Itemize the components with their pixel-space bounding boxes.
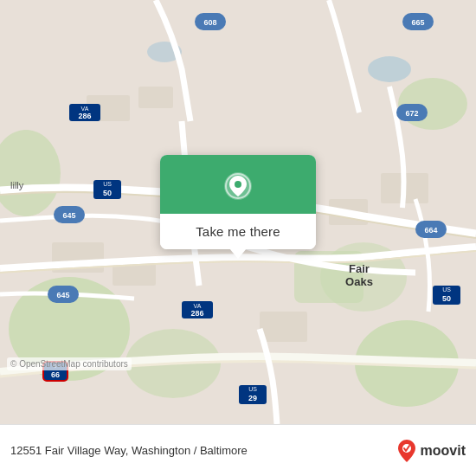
svg-text:645: 645 (56, 291, 69, 299)
popup-box: Take me there (160, 155, 316, 249)
map-container[interactable]: 608 665 672 664 US 50 VA 286 645 645 VA … (0, 0, 476, 424)
popup-header (160, 155, 316, 214)
svg-text:Fair: Fair (349, 262, 370, 275)
svg-text:608: 608 (203, 18, 216, 27)
location-pin-icon (222, 170, 254, 202)
svg-text:286: 286 (78, 112, 91, 120)
svg-text:lilly: lilly (10, 180, 24, 190)
svg-point-8 (368, 56, 411, 82)
svg-text:286: 286 (190, 309, 203, 318)
svg-text:664: 664 (424, 226, 437, 235)
svg-rect-11 (138, 87, 173, 108)
svg-rect-16 (260, 312, 307, 342)
address-text: 12551 Fair Village Way, Washington / Bal… (10, 444, 248, 457)
svg-text:645: 645 (62, 211, 75, 220)
svg-text:29: 29 (248, 394, 257, 402)
svg-text:US: US (442, 286, 451, 293)
svg-text:US: US (248, 386, 257, 392)
svg-text:VA: VA (194, 303, 202, 309)
moovit-brand-text: moovit (421, 443, 466, 459)
svg-text:Oaks: Oaks (345, 275, 373, 288)
address-section: 12551 Fair Village Way, Washington / Bal… (10, 444, 248, 457)
svg-text:US: US (103, 181, 112, 187)
svg-text:50: 50 (103, 189, 112, 197)
moovit-logo-section: moovit (396, 439, 466, 463)
svg-text:66: 66 (51, 370, 60, 379)
popup-triangle (229, 248, 247, 259)
take-me-there-button[interactable]: Take me there (160, 214, 316, 249)
copyright-text: © OpenStreetMap contributors (7, 357, 132, 370)
svg-text:672: 672 (405, 109, 418, 118)
bottom-bar: 12551 Fair Village Way, Washington / Bal… (0, 424, 476, 476)
svg-point-52 (235, 181, 241, 188)
moovit-pin-icon (396, 439, 417, 463)
svg-text:665: 665 (411, 18, 424, 27)
svg-text:50: 50 (442, 294, 451, 303)
map-popup: Take me there (160, 155, 316, 259)
svg-text:VA: VA (81, 106, 89, 112)
